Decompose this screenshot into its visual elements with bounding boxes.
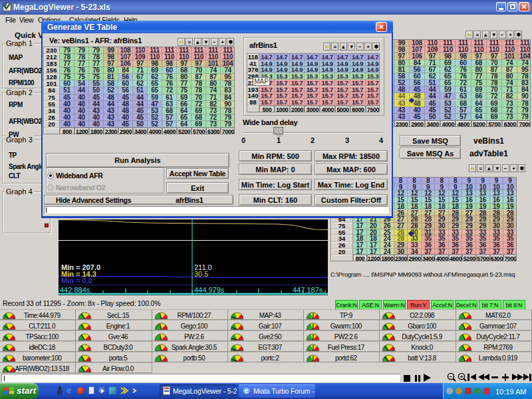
svg-text:+: +: [460, 374, 464, 380]
svg-text:−: −: [450, 374, 453, 380]
